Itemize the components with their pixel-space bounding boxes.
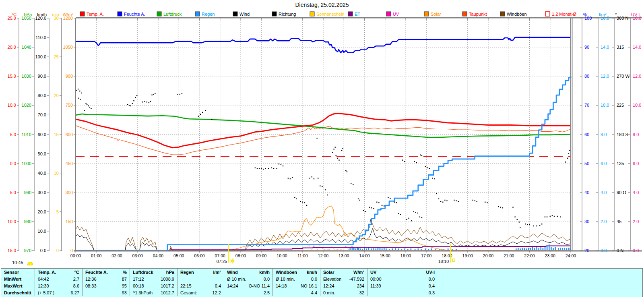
richtung-dot [180,94,180,95]
x-axis-label: 15:00 [380,253,390,258]
rain-intensity-bar [566,248,568,250]
stat-value-cell: 93 [83,289,130,296]
rain-intensity-bar [524,248,525,250]
axis-temp-label: 15.0 [8,74,16,79]
rain-intensity-bar [560,248,561,250]
richtung-dot [411,220,412,221]
richtung-dot [421,155,422,156]
legend-label: Feuchte A. [124,12,145,17]
rain-intensity-bar [545,247,546,250]
richtung-dot [200,114,201,115]
rain-intensity-bar [536,247,537,250]
axis-lm2-label: 2.0 [601,219,607,224]
richtung-dot [436,193,437,194]
richtung-dot [353,184,353,185]
x-axis-label: 10:00 [277,253,287,258]
axis-pct-unit: % [583,12,587,17]
sunrise-ray [231,262,231,263]
richtung-dot [304,202,305,203]
axis-min-label: 0 [56,248,59,253]
legend-label: Richtung [279,12,296,17]
rain-intensity-bar [378,248,379,250]
axis-lm2-label: 6.0 [601,161,607,166]
sunrise-ray [233,259,234,259]
stat-row-header: MaxWert [1,282,35,289]
axis-hpa-label: 1000 [22,161,31,166]
rain-intensity-bar [431,248,432,250]
axis-pct-label: 30 [584,219,589,224]
legend-label: UV [393,12,399,17]
axis-lm2-label: 4.0 [601,190,607,195]
stats-table: SensorTemp. A.°CFeuchte A.%LuftdruckhPaR… [1,268,643,297]
axis-pct-label: 70 [584,103,589,108]
rain-intensity-bar [526,248,527,250]
rain-intensity-bar [404,248,405,250]
x-axis-label: 01:00 [91,253,101,258]
axis-kmh-label: 100.0 [35,54,46,59]
richtung-dot [498,206,499,207]
axis-wm2-label: 300 [66,190,73,195]
richtung-dot [446,200,447,201]
axis-hpa-label: 980 [24,219,31,224]
axis-kmh-label: 0.0 [40,248,46,253]
rain-intensity-bar [386,248,387,250]
richtung-dot [147,101,147,102]
richtung-dot [136,95,137,96]
richtung-dot [327,195,328,195]
stat-value-cell: Ø 10 min.0.0 [224,275,273,282]
axis-min-unit: min [52,12,59,17]
richtung-dot [314,178,314,179]
stat-group-header: UVUV-I [367,269,642,275]
richtung-dot [363,210,364,211]
richtung-dot [339,159,339,160]
axis-uvi-label: 10.0 [633,103,641,108]
richtung-dot [416,162,417,163]
richtung-dot [394,202,395,203]
axis-wm2-label: 900 [66,74,73,79]
richtung-dot [84,110,85,111]
stat-value-cell: 2.5 [224,289,273,296]
richtung-dot [144,101,145,102]
axis-wm2-label: 0 [70,248,73,253]
rain-intensity-bar [384,248,385,250]
stat-row-header: Sensor [1,269,35,275]
rain-intensity-bar [392,248,393,250]
legend-label: 1.2 Monat-Ø [552,12,577,17]
richtung-dot [359,200,360,201]
richtung-dot [345,170,346,171]
richtung-dot [276,168,277,169]
legend-label: Regen [202,12,215,17]
axis-lm2-label: 0.0 [601,248,607,253]
x-axis-label: 02:00 [111,253,122,258]
legend-swatch [348,12,353,16]
axis-hpa-label: 1040 [22,45,31,50]
rain-intensity-bar [425,248,426,250]
legend-swatch [157,12,161,16]
richtung-dot [151,95,152,95]
rain-intensity-bar [428,249,429,250]
x-axis-label: 19:00 [462,253,473,258]
stat-group-header: Feuchte A.% [83,269,130,275]
axis-dir-label: 360 N [617,16,628,21]
series-taupunkt [76,126,571,155]
richtung-dot [290,178,291,179]
richtung-dot [371,207,372,208]
richtung-dot [565,161,566,162]
sunset-icon [452,259,455,261]
axis-kmh-label: 40.0 [38,171,46,176]
stat-value-cell: 0.3 [367,289,642,296]
richtung-dot [444,200,445,201]
axis-wm2-label: 750 [66,103,73,108]
axis-temp-label: 5.0 [10,132,16,137]
richtung-dot [440,201,441,202]
rain-intensity-bar [353,248,355,250]
rain-intensity-bar [549,244,550,250]
axis-hpa-label: 1020 [22,103,31,108]
richtung-dot [502,207,503,208]
stat-row-header: Durchschnitt [1,289,35,296]
richtung-dot [288,178,289,178]
rain-intensity-bar [516,248,517,250]
rain-intensity-bar [418,248,419,250]
axis-uvi-label: 6.0 [633,161,639,166]
legend-label: Luftdruck [163,12,182,17]
